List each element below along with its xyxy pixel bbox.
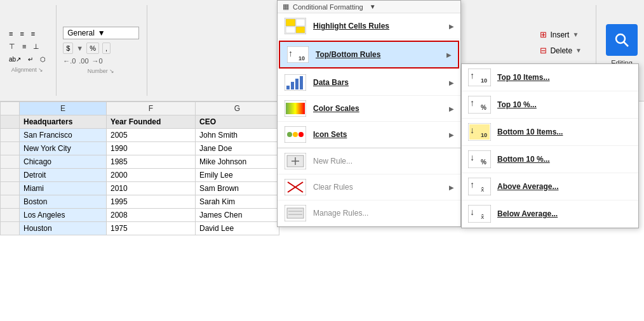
- dropdown2-arrow[interactable]: ▼: [76, 44, 83, 52]
- topbottom-submenu: ↑ 10 Top 10 Items... ↑ % Top 10 %... ↓ 1…: [461, 63, 639, 228]
- cf-menu-header: ▦ Conditional Formatting ▼: [278, 1, 460, 13]
- cf-highlight-arrow-icon: ▶: [449, 23, 454, 30]
- bottom10pct-icon: ↓ %: [468, 150, 491, 168]
- tb-item-aboveavg[interactable]: ↑ x̄ Above Average...: [462, 173, 638, 200]
- wrap-btn[interactable]: ↵: [25, 55, 36, 64]
- cell-f2[interactable]: 2005: [107, 129, 196, 142]
- cell-f3[interactable]: 1990: [107, 142, 196, 155]
- cf-databars-arrow-icon: ▶: [449, 79, 454, 86]
- svg-line-1: [624, 42, 628, 46]
- cell-e8[interactable]: Los Angeles: [20, 209, 107, 222]
- tb-item-top10pct[interactable]: ↑ % Top 10 %...: [462, 91, 638, 119]
- align-left-btn[interactable]: ≡: [6, 29, 15, 39]
- cell-g8[interactable]: James Chen: [196, 209, 279, 222]
- align-middle-btn[interactable]: ≡: [20, 41, 29, 52]
- cell-f9[interactable]: 1975: [107, 222, 196, 235]
- cf-item-iconsets[interactable]: Icon Sets ▶: [278, 122, 460, 148]
- cell-g9[interactable]: David Lee: [196, 222, 279, 235]
- insert-btn[interactable]: ⊞ Insert ▼: [533, 28, 588, 41]
- cf-clearrules-arrow-icon: ▶: [449, 184, 454, 191]
- cell-g6[interactable]: Sam Brown: [196, 182, 279, 195]
- cf-item-colorscales[interactable]: Color Scales ▶: [278, 96, 460, 122]
- cell-e1[interactable]: Headquarters: [20, 115, 107, 129]
- cell-e7[interactable]: Boston: [20, 195, 107, 209]
- corner-header: [1, 102, 20, 115]
- delete-btn[interactable]: ⊟ Delete ▼: [533, 44, 588, 57]
- cf-topbottom-label: Top/Bottom Rules: [316, 50, 440, 59]
- cell-g1[interactable]: CEO: [196, 115, 279, 129]
- align-right-btn[interactable]: ≡: [29, 29, 37, 39]
- svg-rect-14: [300, 76, 303, 89]
- cell-f1[interactable]: Year Founded: [107, 115, 196, 129]
- cell-e5[interactable]: Detroit: [20, 169, 107, 182]
- col-g-header[interactable]: G: [196, 102, 279, 115]
- align-center-btn[interactable]: ≡: [17, 29, 26, 39]
- delete-icon: ⊟: [540, 46, 547, 55]
- cell-g7[interactable]: Sarah Kim: [196, 195, 279, 209]
- cf-colorscales-label: Color Scales: [313, 104, 443, 113]
- search-icon[interactable]: [606, 24, 638, 56]
- number-label: Number ↘: [63, 68, 139, 74]
- svg-text:%: %: [481, 104, 486, 111]
- cell-f4[interactable]: 1985: [107, 155, 196, 169]
- tb-item-belowavg[interactable]: ↓ x̄ Below Average...: [462, 200, 638, 228]
- alignment-label: Alignment ↘: [6, 67, 48, 73]
- cell-e2[interactable]: San Francisco: [20, 129, 107, 142]
- cf-item-managerules[interactable]: Manage Rules...: [278, 200, 460, 226]
- tb-item-bottom10items[interactable]: ↓ 10 Bottom 10 Items...: [462, 119, 638, 146]
- svg-text:↑: ↑: [288, 48, 293, 58]
- cf-managerules-label: Manage Rules...: [313, 209, 454, 218]
- svg-text:10: 10: [481, 77, 487, 84]
- number-format-dropdown[interactable]: General ▼: [63, 27, 139, 39]
- svg-text:↑: ↑: [470, 70, 474, 81]
- cell-g3[interactable]: Jane Doe: [196, 142, 279, 155]
- row-header-6: [1, 182, 20, 195]
- col-f-header[interactable]: F: [107, 102, 196, 115]
- tb-item-bottom10pct[interactable]: ↓ % Bottom 10 %...: [462, 146, 638, 173]
- tb-item-top10items[interactable]: ↑ 10 Top 10 Items...: [462, 64, 638, 91]
- align-top-btn[interactable]: ⊤: [6, 41, 18, 52]
- tb-belowavg-label: Below Average...: [497, 209, 632, 218]
- top10pct-icon: ↑ %: [468, 96, 491, 114]
- dollar-btn[interactable]: $: [63, 43, 73, 54]
- cell-f7[interactable]: 1995: [107, 195, 196, 209]
- align-bottom-btn[interactable]: ⊥: [30, 41, 42, 52]
- cell-f8[interactable]: 2008: [107, 209, 196, 222]
- cell-f6[interactable]: 2010: [107, 182, 196, 195]
- row-header-7: [1, 195, 20, 209]
- cell-e9[interactable]: Houston: [20, 222, 107, 235]
- svg-text:↓: ↓: [470, 125, 474, 135]
- cf-item-clearrules[interactable]: Clear Rules ▶: [278, 174, 460, 200]
- merge-btn[interactable]: ⬡: [37, 55, 48, 64]
- svg-text:↑: ↑: [470, 180, 474, 190]
- dec-right-label: .00: [79, 57, 88, 65]
- row-header-8: [1, 209, 20, 222]
- svg-rect-29: [287, 208, 304, 218]
- cell-e3[interactable]: New York City: [20, 142, 107, 155]
- cell-f5[interactable]: 2000: [107, 169, 196, 182]
- percent-btn[interactable]: %: [86, 43, 99, 54]
- svg-point-0: [616, 34, 625, 43]
- aboveavg-icon: ↑ x̄: [468, 178, 491, 195]
- cf-title-icon: ▦: [283, 3, 289, 11]
- cell-g4[interactable]: Mike Johnson: [196, 155, 279, 169]
- tb-bottom10pct-label: Bottom 10 %...: [497, 155, 632, 164]
- svg-rect-12: [291, 82, 294, 89]
- cell-e6[interactable]: Miami: [20, 182, 107, 195]
- svg-rect-4: [296, 19, 305, 26]
- newrule-icon: [284, 152, 307, 170]
- cf-item-databars[interactable]: Data Bars ▶: [278, 70, 460, 96]
- comma-btn[interactable]: ,: [102, 43, 111, 54]
- svg-point-18: [287, 132, 292, 137]
- cell-g2[interactable]: John Smith: [196, 129, 279, 142]
- cell-e4[interactable]: Chicago: [20, 155, 107, 169]
- orient-btn[interactable]: ab↗: [6, 55, 23, 64]
- cell-g5[interactable]: Emily Lee: [196, 169, 279, 182]
- iconsets-icon: [284, 126, 307, 143]
- cf-item-newrule[interactable]: New Rule...: [278, 148, 460, 174]
- svg-rect-6: [296, 27, 305, 33]
- col-e-header[interactable]: E: [20, 102, 107, 115]
- cf-item-highlight[interactable]: Highlight Cells Rules ▶: [278, 13, 460, 39]
- tb-bottom10items-label: Bottom 10 Items...: [497, 128, 632, 136]
- cf-item-topbottom[interactable]: ↑ 10 Top/Bottom Rules ▶: [279, 41, 459, 69]
